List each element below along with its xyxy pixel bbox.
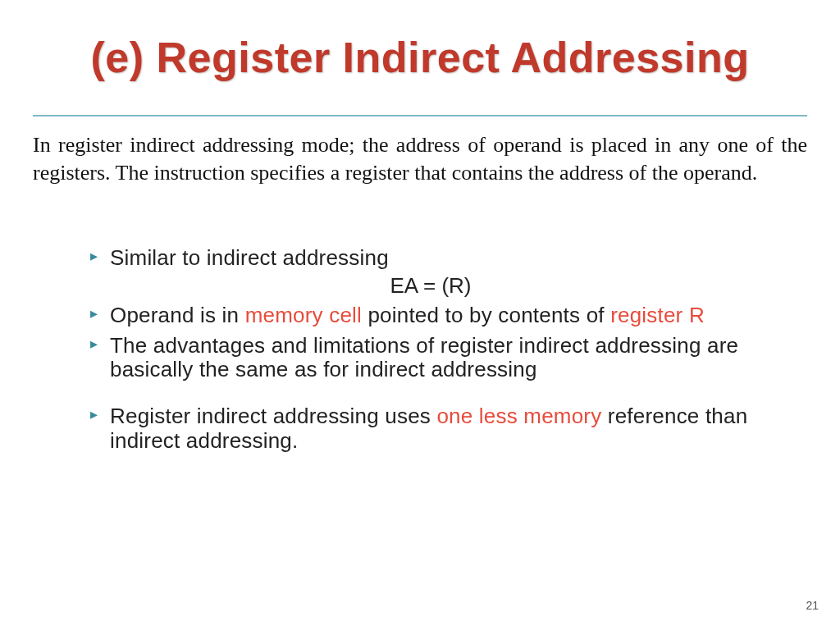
bullet-2-highlight-2: register R: [610, 303, 705, 327]
intro-paragraph: In register indirect addressing mode; th…: [33, 131, 807, 187]
bullet-2-text-a: Operand is in: [110, 303, 245, 327]
svg-marker-1: [0, 558, 591, 630]
corner-decoration: [0, 466, 840, 630]
bullet-4-highlight-1: one less memory: [436, 404, 601, 428]
bullet-4-text-a: Register indirect addressing uses: [110, 404, 436, 428]
page-number: 21: [806, 599, 819, 612]
slide-title: (e) Register Indirect Addressing: [0, 33, 840, 82]
bullet-3: The advantages and limitations of regist…: [90, 334, 771, 381]
svg-marker-0: [0, 540, 840, 630]
svg-marker-2: [0, 568, 525, 630]
bullet-4: Register indirect addressing uses one le…: [90, 404, 771, 452]
bullet-list: Similar to indirect addressing EA = (R) …: [90, 246, 771, 459]
bullet-1: Similar to indirect addressing: [90, 246, 771, 270]
slide: (e) Register Indirect Addressing In regi…: [0, 0, 840, 630]
bullet-2: Operand is in memory cell pointed to by …: [90, 304, 771, 327]
formula-ea: EA = (R): [90, 273, 771, 299]
title-divider: [33, 115, 807, 116]
bullet-2-highlight-1: memory cell: [245, 303, 362, 327]
bullet-2-text-b: pointed to by contents of: [362, 303, 610, 327]
